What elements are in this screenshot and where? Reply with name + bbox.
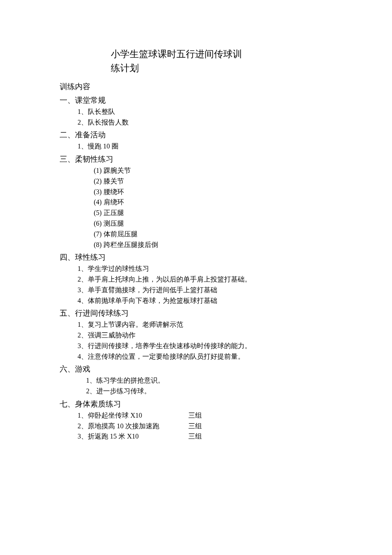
list-item: 2、原地摸高 10 次接加速跑 三组 bbox=[78, 421, 332, 432]
section-7-header: 七、身体素质练习 bbox=[60, 398, 332, 410]
quality-sets: 三组 bbox=[188, 431, 202, 442]
list-item: (6) 测压腿 bbox=[94, 218, 332, 229]
list-item: (7) 体前屈压腿 bbox=[94, 229, 332, 240]
list-item: (5) 正压腿 bbox=[94, 208, 332, 218]
quality-label: 1、仰卧起坐传球 X10 bbox=[78, 410, 188, 421]
list-item: 2、强调三威胁动作 bbox=[78, 330, 332, 341]
quality-sets: 三组 bbox=[188, 421, 202, 432]
quality-sets: 三组 bbox=[188, 410, 202, 421]
list-item: 2、进一步练习传球。 bbox=[86, 386, 332, 397]
quality-label: 3、折返跑 15 米 X10 bbox=[78, 431, 188, 442]
section-1-header: 一、课堂常规 bbox=[60, 95, 332, 107]
document-title: 小学生篮球课时五行进间传球训 练计划 bbox=[111, 47, 247, 75]
list-item: 2、队长报告人数 bbox=[78, 117, 332, 128]
list-item: 1、学生学过的球性练习 bbox=[78, 264, 332, 274]
list-item: (3) 腰绕环 bbox=[94, 187, 332, 198]
list-item: 2、单手肩上托球向上推，为以后的单手肩上投篮打基础。 bbox=[78, 274, 332, 285]
list-item: (1) 踝腕关节 bbox=[94, 166, 332, 176]
list-item: (8) 跨栏坐压腿接后倒 bbox=[94, 240, 332, 250]
list-item: 3、单手直臂抛接球，为行进间低手上篮打基础 bbox=[78, 285, 332, 296]
title-line-1: 小学生篮球课时五行进间传球训 bbox=[111, 47, 247, 61]
list-item: (2) 膝关节 bbox=[94, 176, 332, 187]
list-item: 1、队长整队 bbox=[78, 107, 332, 117]
list-item: 1、慢跑 10 圈 bbox=[78, 141, 332, 152]
section-2-header: 二、准备活动 bbox=[60, 129, 332, 141]
list-item: 3、行进间传接球，培养学生在快速移动时传接球的能力。 bbox=[78, 341, 332, 352]
section-3-header: 三、柔韧性练习 bbox=[60, 154, 332, 166]
section-5-header: 五、行进间传球练习 bbox=[60, 308, 332, 320]
title-line-2: 练计划 bbox=[111, 61, 247, 75]
quality-label: 2、原地摸高 10 次接加速跑 bbox=[78, 421, 188, 432]
list-item: (4) 肩绕环 bbox=[94, 197, 332, 208]
list-item: 3、折返跑 15 米 X10 三组 bbox=[78, 431, 332, 442]
list-item: 4、注意传球的位置，一定要给接球的队员打好提前量。 bbox=[78, 352, 332, 362]
list-item: 1、复习上节课内容。老师讲解示范 bbox=[78, 320, 332, 330]
section-6-header: 六、游戏 bbox=[60, 363, 332, 375]
list-item: 1、仰卧起坐传球 X10 三组 bbox=[78, 410, 332, 421]
list-item: 1、练习学生的拼抢意识。 bbox=[86, 375, 332, 386]
list-item: 4、体前抛球单手向下卷球，为抢篮板球打基础 bbox=[78, 296, 332, 306]
section-4-header: 四、球性练习 bbox=[60, 252, 332, 264]
content-header: 训练内容 bbox=[60, 81, 332, 93]
